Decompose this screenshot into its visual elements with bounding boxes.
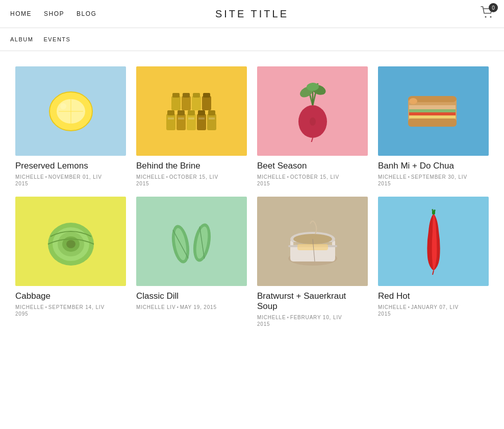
card-item[interactable]: Beet Season MICHELLE • OCTOBER 15, LIV 2…	[252, 61, 373, 192]
svg-rect-46	[408, 118, 457, 127]
card-date2: 2095	[15, 311, 28, 317]
card-author: MICHELLE	[15, 174, 44, 180]
card-author: MICHELLE	[378, 304, 407, 310]
card-author: MICHELLE	[378, 174, 407, 180]
svg-rect-45	[409, 115, 456, 118]
nav-shop[interactable]: SHOP	[44, 10, 64, 17]
svg-point-0	[485, 16, 487, 18]
svg-line-39	[311, 138, 313, 142]
svg-rect-22	[209, 117, 215, 120]
svg-rect-23	[171, 96, 181, 110]
svg-rect-30	[203, 93, 210, 98]
svg-rect-14	[187, 114, 196, 130]
card-title: Bratwurst + Sauerkraut Soup	[257, 291, 368, 312]
svg-rect-10	[168, 117, 174, 120]
card-date2: 2015	[15, 181, 28, 186]
card-date: MAY 19, 2015	[180, 304, 217, 310]
svg-rect-65	[297, 244, 328, 250]
svg-point-7	[60, 103, 66, 109]
card-item[interactable]: Cabbage MICHELLE • SEPTEMBER 14, LIV 209…	[10, 192, 131, 332]
svg-rect-24	[172, 93, 180, 98]
card-dot: •	[408, 304, 410, 310]
card-date: JANUARY 07,	[411, 304, 448, 310]
card-author2: LIV	[450, 304, 459, 310]
card-date2: 2015	[378, 181, 391, 186]
card-date2: 2015	[257, 321, 270, 327]
nav-home[interactable]: HOME	[10, 10, 32, 17]
sub-nav-events[interactable]: EVENTS	[43, 36, 70, 42]
card-image	[136, 66, 247, 156]
card-image	[15, 197, 126, 286]
card-dot: •	[45, 304, 47, 310]
svg-rect-70	[433, 209, 435, 212]
main-nav: HOME SHOP BLOG	[10, 10, 96, 17]
card-item[interactable]: Red Hot MICHELLE • JANUARY 07, LIV 2015	[373, 192, 494, 332]
card-date: SEPTEMBER 30,	[411, 174, 457, 180]
card-grid: Preserved Lemons MICHELLE • NOVEMBER 01,…	[0, 51, 504, 342]
svg-rect-26	[183, 93, 190, 98]
nav-blog[interactable]: BLOG	[77, 10, 96, 17]
svg-rect-12	[178, 110, 185, 115]
card-title: Red Hot	[378, 291, 489, 301]
svg-line-67	[433, 271, 434, 275]
cart-button[interactable]: 0	[481, 6, 494, 21]
card-title: Preserved Lemons	[15, 161, 126, 171]
card-meta: MICHELLE • NOVEMBER 01, LIV 2015	[15, 174, 126, 186]
card-author: MICHELLE	[257, 174, 286, 180]
svg-point-52	[66, 240, 75, 248]
card-meta: MICHELLE • OCTOBER 15, LIV 2015	[257, 174, 368, 186]
card-date: NOVEMBER 01,	[48, 174, 91, 180]
sub-nav-album[interactable]: ALBUM	[10, 36, 33, 42]
card-date: OCTOBER 15,	[290, 174, 329, 180]
card-date: SEPTEMBER 14,	[48, 304, 94, 310]
svg-rect-43	[409, 109, 456, 112]
card-item[interactable]: Classic Dill MICHELLE LIV • MAY 19, 2015	[131, 192, 252, 332]
card-item[interactable]: Preserved Lemons MICHELLE • NOVEMBER 01,…	[10, 61, 131, 192]
svg-rect-13	[178, 117, 184, 120]
svg-rect-21	[208, 110, 215, 115]
card-item[interactable]: Behind the Brine MICHELLE • OCTOBER 15, …	[131, 61, 252, 192]
card-date2: 2015	[378, 311, 391, 317]
card-author2: LIV	[333, 315, 342, 320]
svg-rect-69	[432, 208, 434, 211]
card-author2: LIV	[93, 174, 102, 180]
card-dot: •	[177, 304, 179, 310]
svg-rect-28	[193, 93, 200, 98]
card-date: FEBRUARY 10,	[290, 315, 331, 320]
svg-rect-15	[188, 110, 195, 115]
svg-rect-9	[167, 110, 174, 115]
card-meta: MICHELLE • OCTOBER 15, LIV 2015	[136, 174, 247, 186]
svg-rect-16	[188, 117, 194, 120]
header: HOME SHOP BLOG SITE TITLE 0	[0, 0, 504, 28]
card-date2: 2015	[136, 181, 149, 186]
card-title: Beet Season	[257, 161, 368, 171]
svg-rect-42	[409, 105, 456, 109]
svg-point-47	[409, 98, 417, 104]
card-date: OCTOBER 15,	[169, 174, 208, 180]
card-author2: LIV	[459, 174, 467, 180]
svg-rect-29	[202, 96, 211, 110]
card-author2: LIV	[330, 174, 339, 180]
svg-point-38	[310, 117, 316, 126]
card-dot: •	[287, 315, 289, 320]
card-dot: •	[408, 174, 410, 180]
card-author: MICHELLE LIV	[136, 304, 175, 310]
card-image	[257, 66, 368, 156]
card-meta: MICHELLE • SEPTEMBER 30, LIV 2015	[378, 174, 489, 186]
card-image	[257, 197, 368, 286]
card-title: Cabbage	[15, 291, 126, 301]
card-meta: MICHELLE • SEPTEMBER 14, LIV 2095	[15, 304, 126, 317]
card-title: Behind the Brine	[136, 161, 247, 171]
card-item[interactable]: Bratwurst + Sauerkraut Soup MICHELLE • F…	[252, 192, 373, 332]
card-image	[136, 197, 247, 286]
card-dot: •	[45, 174, 47, 180]
card-author: MICHELLE	[257, 315, 286, 320]
svg-rect-18	[198, 110, 205, 115]
card-date2: 2015	[257, 181, 270, 186]
card-meta: MICHELLE • JANUARY 07, LIV 2015	[378, 304, 489, 317]
card-item[interactable]: Banh Mi + Do Chua MICHELLE • SEPTEMBER 3…	[373, 61, 494, 192]
card-author: MICHELLE	[136, 174, 165, 180]
card-author2: LIV	[209, 174, 218, 180]
cart-count: 0	[489, 3, 498, 12]
svg-rect-11	[177, 114, 186, 130]
